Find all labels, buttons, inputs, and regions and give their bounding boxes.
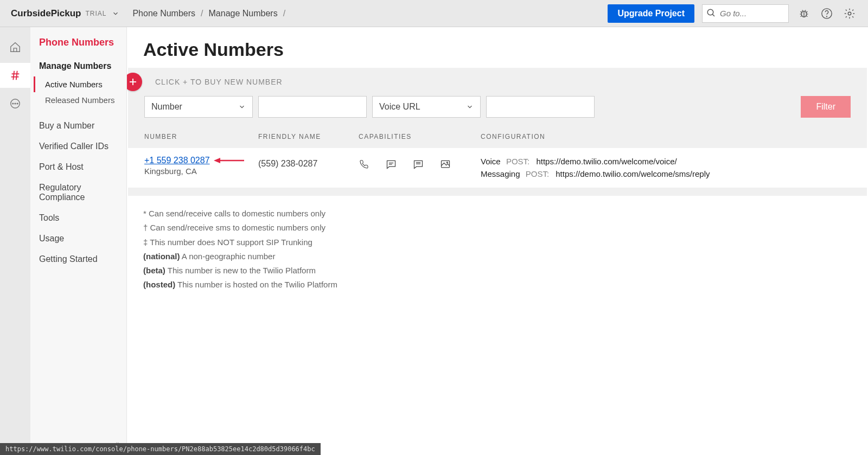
sidebar-link-tools[interactable]: Tools xyxy=(30,208,126,228)
col-header-capabilities: CAPABILITIES xyxy=(359,133,481,140)
project-chevron-icon[interactable] xyxy=(112,10,119,17)
footnote: (beta) This number is new to the Twilio … xyxy=(143,264,852,278)
svg-line-15 xyxy=(13,71,14,80)
breadcrumb-item[interactable]: Phone Numbers xyxy=(132,9,195,18)
project-name[interactable]: CurbsidePickup xyxy=(11,8,81,19)
add-number-button[interactable] xyxy=(127,73,142,91)
chevron-down-icon xyxy=(466,103,474,111)
footnote: ‡ This number does NOT support SIP Trunk… xyxy=(143,235,852,249)
sidebar-link-verified[interactable]: Verified Caller IDs xyxy=(30,136,126,157)
svg-point-20 xyxy=(17,103,18,104)
sidebar-link-getting-started[interactable]: Getting Started xyxy=(30,249,126,270)
upgrade-project-button[interactable]: Upgrade Project xyxy=(608,4,694,23)
phone-number-link[interactable]: +1 559 238 0287 xyxy=(144,156,210,165)
sidebar-link-regulatory[interactable]: Regulatory Compliance xyxy=(30,177,126,208)
sidebar-link-port[interactable]: Port & Host xyxy=(30,157,126,177)
settings-gear-icon[interactable] xyxy=(842,6,857,21)
sidebar-section-manage[interactable]: Manage Numbers xyxy=(30,58,126,74)
col-header-number: NUMBER xyxy=(144,133,258,140)
footnote: (national) A non-geographic number xyxy=(143,249,852,264)
breadcrumb-item[interactable]: Manage Numbers xyxy=(209,9,278,18)
sidebar-item-released-numbers[interactable]: Released Numbers xyxy=(34,92,126,108)
sidebar-link-usage[interactable]: Usage xyxy=(30,228,126,249)
breadcrumb-sep: / xyxy=(201,9,203,18)
config-msg-url: https://demo.twilio.com/welcome/sms/repl… xyxy=(556,169,710,178)
filter-row: Number Voice URL Filter xyxy=(128,96,867,126)
search-icon xyxy=(706,8,716,20)
svg-point-0 xyxy=(707,9,713,15)
sidebar-title[interactable]: Phone Numbers xyxy=(30,37,126,58)
config-voice-url: https://demo.twilio.com/welcome/voice/ xyxy=(536,157,676,166)
filter-value-input-2[interactable] xyxy=(486,96,595,118)
svg-point-11 xyxy=(827,16,827,17)
svg-point-30 xyxy=(446,162,448,163)
svg-line-7 xyxy=(806,11,808,12)
footnote: * Can send/receive calls to domestic num… xyxy=(143,207,852,221)
debug-icon[interactable] xyxy=(796,6,812,21)
table-header: NUMBER FRIENDLY NAME CAPABILITIES CONFIG… xyxy=(128,126,867,148)
capabilities-icons xyxy=(359,156,481,171)
svg-line-1 xyxy=(712,14,714,16)
footnote: (hosted) This number is hosted on the Tw… xyxy=(143,278,852,292)
phone-location: Kingsburg, CA xyxy=(144,166,258,176)
svg-line-8 xyxy=(801,15,802,16)
table-spacer xyxy=(128,188,867,196)
filter-field-select[interactable]: Number xyxy=(144,96,253,118)
add-hint-text: CLICK + TO BUY NEW NUMBER xyxy=(155,78,283,86)
svg-line-16 xyxy=(16,71,17,80)
config-voice-method: POST: xyxy=(506,157,529,166)
trial-badge: TRIAL xyxy=(85,10,106,17)
filter-button[interactable]: Filter xyxy=(801,96,851,118)
browser-status-bar: https://www.twilio.com/console/phone-num… xyxy=(0,443,321,455)
table-row: +1 559 238 0287 Kingsburg, CA (559) 238-… xyxy=(128,148,867,188)
config-voice-label: Voice xyxy=(481,157,501,166)
rail-hash-icon[interactable] xyxy=(0,63,30,88)
help-icon[interactable] xyxy=(819,6,834,21)
main-content: Active Numbers CLICK + TO BUY NEW NUMBER… xyxy=(127,27,868,455)
sidebar-link-buy[interactable]: Buy a Number xyxy=(30,116,126,136)
mms-capability-icon xyxy=(440,159,451,171)
icon-rail xyxy=(0,27,30,455)
config-msg-label: Messaging xyxy=(481,169,520,178)
svg-point-18 xyxy=(12,103,14,104)
chevron-down-icon xyxy=(238,103,246,111)
fax-capability-icon xyxy=(413,159,424,171)
breadcrumb-sep: / xyxy=(283,9,285,18)
col-header-friendly: FRIENDLY NAME xyxy=(258,133,359,140)
rail-more-icon[interactable] xyxy=(0,91,30,116)
friendly-name: (559) 238-0287 xyxy=(258,156,359,169)
svg-point-19 xyxy=(15,103,16,104)
col-header-configuration: CONFIGURATION xyxy=(481,133,851,140)
breadcrumb: Phone Numbers / Manage Numbers / xyxy=(130,9,289,18)
sidebar: Phone Numbers Manage Numbers Active Numb… xyxy=(30,27,127,455)
add-number-bar: CLICK + TO BUY NEW NUMBER xyxy=(128,68,867,96)
svg-point-12 xyxy=(848,12,851,15)
footnote: † Can send/receive sms to domestic numbe… xyxy=(143,221,852,235)
voice-capability-icon xyxy=(359,159,369,171)
footnotes: * Can send/receive calls to domestic num… xyxy=(127,196,868,303)
rail-home-icon[interactable] xyxy=(0,35,30,60)
svg-line-9 xyxy=(806,15,808,16)
filter-field-select-2[interactable]: Voice URL xyxy=(372,96,481,118)
page-title: Active Numbers xyxy=(127,27,868,68)
select-label: Voice URL xyxy=(379,102,420,112)
top-header: CurbsidePickup TRIAL Phone Numbers / Man… xyxy=(0,0,868,27)
sms-capability-icon xyxy=(386,159,397,171)
configuration-cell: Voice POST: https://demo.twilio.com/welc… xyxy=(481,156,851,180)
config-msg-method: POST: xyxy=(526,169,549,178)
select-label: Number xyxy=(151,102,182,112)
svg-line-6 xyxy=(801,11,802,12)
sidebar-item-active-numbers[interactable]: Active Numbers xyxy=(34,76,126,92)
filter-value-input-1[interactable] xyxy=(258,96,367,118)
svg-marker-24 xyxy=(214,158,220,163)
search-box xyxy=(702,4,789,23)
arrow-annotation-icon xyxy=(214,157,244,166)
